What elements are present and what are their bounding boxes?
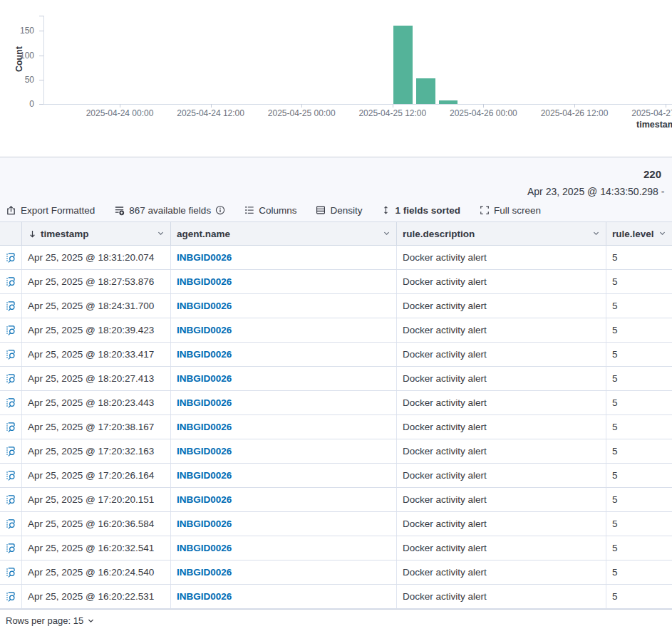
histogram-bar[interactable] xyxy=(439,100,458,104)
available-fields-button[interactable]: 867 available fields xyxy=(114,205,225,216)
header-label-rule-description: rule.description xyxy=(403,229,475,239)
cell-agent-name: INBGID0026 xyxy=(171,560,397,584)
chevron-down-icon[interactable] xyxy=(157,229,165,239)
cell-agent-name: INBGID0026 xyxy=(171,439,397,463)
expand-document-button[interactable] xyxy=(0,488,22,511)
cell-rule-description: Docker activity alert xyxy=(397,439,606,463)
fields-sorted-label: 1 fields sorted xyxy=(395,205,460,216)
agent-name-link[interactable]: INBGID0026 xyxy=(177,518,232,529)
table-row: Apr 25, 2025 @ 17:20:20.151 INBGID0026 D… xyxy=(0,488,672,512)
cell-rule-description: Docker activity alert xyxy=(397,536,606,560)
inspect-document-icon xyxy=(5,494,16,506)
expand-document-button[interactable] xyxy=(0,585,22,608)
expand-document-button[interactable] xyxy=(0,294,22,318)
cell-rule-description: Docker activity alert xyxy=(397,246,606,269)
expand-document-button[interactable] xyxy=(0,415,22,439)
table-row: Apr 25, 2025 @ 18:27:53.876 INBGID0026 D… xyxy=(0,270,672,294)
expand-document-button[interactable] xyxy=(0,536,22,560)
agent-name-link[interactable]: INBGID0026 xyxy=(177,301,232,311)
cell-rule-level: 5 xyxy=(606,585,672,608)
inspect-document-icon xyxy=(5,518,16,530)
agent-name-link[interactable]: INBGID0026 xyxy=(177,325,232,335)
info-circle-icon[interactable] xyxy=(215,205,225,215)
table-row: Apr 25, 2025 @ 18:20:33.417 INBGID0026 D… xyxy=(0,343,672,367)
chevron-down-icon[interactable] xyxy=(592,229,600,239)
cell-timestamp: Apr 25, 2025 @ 17:20:20.151 xyxy=(22,488,171,511)
agent-name-link[interactable]: INBGID0026 xyxy=(177,591,232,602)
cell-rule-level: 5 xyxy=(606,270,672,293)
cell-timestamp: Apr 25, 2025 @ 17:20:32.163 xyxy=(22,439,171,463)
cell-timestamp: Apr 25, 2025 @ 16:20:32.541 xyxy=(22,536,171,560)
cell-timestamp: Apr 25, 2025 @ 18:20:33.417 xyxy=(22,343,171,366)
expand-document-button[interactable] xyxy=(0,439,22,463)
arrow-down-icon xyxy=(28,229,37,239)
agent-name-link[interactable]: INBGID0026 xyxy=(177,446,232,457)
fields-sorted-button[interactable]: 1 fields sorted xyxy=(381,205,460,216)
agent-name-link[interactable]: INBGID0026 xyxy=(177,543,232,553)
cell-rule-description: Docker activity alert xyxy=(397,294,606,318)
cell-rule-level: 5 xyxy=(606,439,672,463)
chevron-down-icon[interactable] xyxy=(383,229,391,239)
columns-button[interactable]: Columns xyxy=(244,205,296,216)
histogram-bar[interactable] xyxy=(416,78,435,104)
inspect-document-icon xyxy=(5,276,16,288)
export-formatted-button[interactable]: Export Formatted xyxy=(6,205,95,216)
cell-timestamp: Apr 25, 2025 @ 16:20:24.540 xyxy=(22,560,171,584)
cell-timestamp: Apr 25, 2025 @ 18:20:39.423 xyxy=(22,318,171,342)
x-tick-label: 2025-04-24 00:00 xyxy=(86,108,154,118)
header-cell-timestamp[interactable]: timestamp xyxy=(22,222,171,245)
cell-timestamp: Apr 25, 2025 @ 18:24:31.700 xyxy=(22,294,171,318)
agent-name-link[interactable]: INBGID0026 xyxy=(177,494,232,505)
header-cell-rule-description[interactable]: rule.description xyxy=(397,222,606,245)
x-tick-label: 2025-04-24 12:00 xyxy=(177,108,244,118)
agent-name-link[interactable]: INBGID0026 xyxy=(177,567,232,578)
cell-rule-description: Docker activity alert xyxy=(397,415,606,439)
cell-rule-description: Docker activity alert xyxy=(397,464,606,487)
expand-document-button[interactable] xyxy=(0,318,22,342)
table-row: Apr 25, 2025 @ 17:20:26.164 INBGID0026 D… xyxy=(0,464,672,488)
chevron-down-icon[interactable] xyxy=(658,229,666,239)
rows-per-page-button[interactable]: Rows per page: 15 xyxy=(6,615,95,626)
inspect-document-icon xyxy=(5,446,16,457)
agent-name-link[interactable]: INBGID0026 xyxy=(177,397,232,408)
x-axis-line xyxy=(43,104,672,105)
histogram-bar[interactable] xyxy=(393,26,413,104)
export-icon xyxy=(6,205,16,216)
header-cell-agent-name[interactable]: agent.name xyxy=(171,222,397,245)
agent-name-link[interactable]: INBGID0026 xyxy=(177,373,232,384)
histogram-panel: Count timestamp 2025-04-24 00:002025-04-… xyxy=(0,0,672,157)
density-button[interactable]: Density xyxy=(316,205,362,216)
table-row: Apr 25, 2025 @ 16:20:22.531 INBGID0026 D… xyxy=(0,585,672,609)
cell-rule-description: Docker activity alert xyxy=(397,488,606,511)
expand-document-button[interactable] xyxy=(0,464,22,487)
cell-rule-description: Docker activity alert xyxy=(397,343,606,366)
inspect-document-icon xyxy=(5,543,16,554)
agent-name-link[interactable]: INBGID0026 xyxy=(177,276,232,287)
agent-name-link[interactable]: INBGID0026 xyxy=(177,252,232,263)
cell-timestamp: Apr 25, 2025 @ 18:20:27.413 xyxy=(22,367,171,390)
x-tick-mark xyxy=(666,104,666,108)
inspect-document-icon xyxy=(5,373,16,385)
cell-agent-name: INBGID0026 xyxy=(171,536,397,560)
cell-rule-description: Docker activity alert xyxy=(397,367,606,390)
header-cell-rule-level[interactable]: rule.level xyxy=(606,222,672,245)
expand-document-button[interactable] xyxy=(0,367,22,390)
agent-name-link[interactable]: INBGID0026 xyxy=(177,422,232,432)
expand-document-button[interactable] xyxy=(0,270,22,293)
cell-timestamp: Apr 25, 2025 @ 16:20:36.584 xyxy=(22,512,171,536)
expand-document-button[interactable] xyxy=(0,391,22,414)
inspect-document-icon xyxy=(5,591,16,603)
table-density-icon xyxy=(316,205,326,215)
expand-document-button[interactable] xyxy=(0,343,22,366)
cell-agent-name: INBGID0026 xyxy=(171,294,397,318)
expand-document-button[interactable] xyxy=(0,246,22,269)
expand-document-button[interactable] xyxy=(0,560,22,584)
expand-document-button[interactable] xyxy=(0,512,22,536)
agent-name-link[interactable]: INBGID0026 xyxy=(177,470,232,481)
table-row: Apr 25, 2025 @ 16:20:24.540 INBGID0026 D… xyxy=(0,560,672,585)
grid-toolbar: Export Formatted 867 available fields xyxy=(6,202,560,218)
fullscreen-icon xyxy=(480,205,490,215)
agent-name-link[interactable]: INBGID0026 xyxy=(177,349,232,360)
full-screen-button[interactable]: Full screen xyxy=(480,205,541,216)
x-axis-title: timestamp xyxy=(636,120,672,130)
